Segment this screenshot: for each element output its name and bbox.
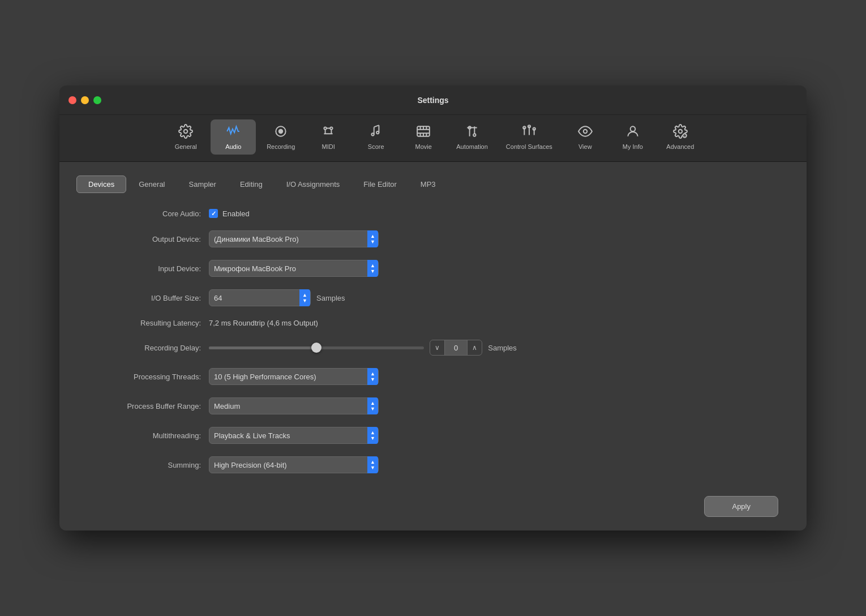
processing-threads-arrows: ▲ ▼	[367, 368, 378, 385]
toolbar-item-general[interactable]: General	[163, 119, 208, 155]
tab-editing[interactable]: Editing	[229, 176, 274, 193]
close-button[interactable]	[68, 96, 76, 104]
io-buffer-select[interactable]: 64 ▲ ▼	[209, 289, 311, 306]
svg-point-30	[584, 130, 588, 134]
number-decrease-button[interactable]: ∨	[430, 340, 445, 355]
advanced-icon: +	[673, 124, 688, 141]
processing-threads-select[interactable]: 10 (5 High Performance Cores) ▲ ▼	[209, 368, 379, 385]
arrow-down-icon: ▼	[370, 377, 375, 382]
tab-mp3[interactable]: MP3	[409, 176, 447, 193]
general-label: General	[175, 143, 197, 150]
input-device-select[interactable]: Микрофон MacBook Pro ▲ ▼	[209, 260, 379, 277]
recording-delay-slider[interactable]	[209, 346, 424, 349]
output-device-arrows: ▲ ▼	[367, 230, 378, 247]
io-buffer-row: I/O Buffer Size: 64 ▲ ▼ Samples	[88, 289, 778, 306]
audio-icon	[226, 124, 241, 141]
multithreading-row: Multithreading: Playback & Live Tracks ▲…	[88, 427, 778, 444]
toolbar: General Audio Recording	[59, 115, 807, 162]
control-surfaces-label: Control Surfaces	[506, 143, 552, 150]
toolbar-item-audio[interactable]: Audio	[211, 119, 256, 155]
latency-label: Resulting Latency:	[88, 319, 201, 327]
io-buffer-unit: Samples	[316, 294, 345, 302]
midi-label: MIDI	[322, 143, 335, 150]
tab-devices[interactable]: Devices	[76, 176, 126, 193]
output-device-select[interactable]: (Динамики MacBook Pro) ▲ ▼	[209, 230, 379, 247]
arrow-down-icon: ▼	[370, 436, 375, 441]
arrow-down-icon: ▼	[302, 298, 307, 303]
apply-button[interactable]: Apply	[704, 496, 778, 517]
arrow-up-icon: ▲	[370, 234, 375, 239]
recording-delay-number: ∨ 0 ∧	[430, 340, 482, 356]
recording-label: Recording	[267, 143, 295, 150]
toolbar-item-view[interactable]: View	[563, 119, 608, 155]
svg-point-0	[184, 130, 188, 134]
arrow-down-icon: ▼	[370, 239, 375, 245]
maximize-button[interactable]	[93, 96, 101, 104]
arrow-up-icon: ▲	[370, 430, 375, 435]
core-audio-enabled-label: Enabled	[222, 209, 250, 218]
core-audio-label: Core Audio:	[88, 209, 201, 218]
tab-sampler[interactable]: Sampler	[178, 176, 228, 193]
movie-icon	[416, 124, 431, 141]
input-device-arrows: ▲ ▼	[367, 260, 378, 277]
number-increase-button[interactable]: ∧	[467, 340, 482, 355]
midi-icon	[321, 124, 336, 141]
automation-icon	[465, 124, 479, 141]
tab-general[interactable]: General	[127, 176, 176, 193]
tab-io-assignments[interactable]: I/O Assignments	[275, 176, 351, 193]
summing-label: Summing:	[88, 461, 201, 469]
view-icon	[578, 124, 593, 141]
output-device-row: Output Device: (Динамики MacBook Pro) ▲ …	[88, 230, 778, 247]
process-buffer-value: Medium	[214, 402, 240, 410]
toolbar-item-automation[interactable]: Automation	[448, 119, 496, 155]
recording-delay-unit: Samples	[488, 344, 517, 352]
summing-select[interactable]: High Precision (64-bit) ▲ ▼	[209, 456, 379, 473]
window-buttons	[68, 96, 101, 104]
tab-bar: Devices General Sampler Editing I/O Assi…	[76, 176, 790, 193]
processing-threads-label: Processing Threads:	[88, 373, 201, 381]
titlebar: Settings	[59, 85, 807, 115]
toolbar-item-recording[interactable]: Recording	[258, 119, 303, 155]
svg-text:+: +	[684, 134, 685, 138]
process-buffer-control: Medium ▲ ▼	[209, 397, 379, 414]
arrow-up-icon: ▲	[370, 460, 375, 465]
automation-label: Automation	[456, 143, 488, 150]
arrow-down-icon: ▼	[370, 407, 375, 412]
processing-threads-value: 10 (5 High Performance Cores)	[214, 373, 316, 381]
arrow-down-icon: ▼	[370, 269, 375, 274]
toolbar-item-midi[interactable]: MIDI	[306, 119, 351, 155]
toolbar-item-movie[interactable]: Movie	[401, 119, 446, 155]
myinfo-label: My Info	[623, 143, 643, 150]
multithreading-select[interactable]: Playback & Live Tracks ▲ ▼	[209, 427, 379, 444]
svg-point-3	[324, 127, 327, 129]
arrow-up-icon: ▲	[302, 293, 307, 298]
summing-row: Summing: High Precision (64-bit) ▲ ▼	[88, 456, 778, 473]
latency-value: 7,2 ms Roundtrip (4,6 ms Output)	[209, 319, 318, 327]
gear-icon	[178, 124, 193, 141]
tab-file-editor[interactable]: File Editor	[352, 176, 408, 193]
svg-point-31	[630, 126, 635, 131]
svg-point-32	[679, 130, 683, 134]
myinfo-icon	[625, 124, 640, 141]
io-buffer-value: 64	[214, 294, 222, 302]
toolbar-item-control-surfaces[interactable]: Control Surfaces	[498, 119, 560, 155]
summing-value: High Precision (64-bit)	[214, 461, 287, 469]
movie-label: Movie	[415, 143, 432, 150]
summing-control: High Precision (64-bit) ▲ ▼	[209, 456, 379, 473]
svg-point-22	[473, 134, 475, 136]
recording-delay-label: Recording Delay:	[88, 344, 201, 352]
input-device-value: Микрофон MacBook Pro	[214, 264, 296, 273]
toolbar-item-advanced[interactable]: + Advanced	[658, 119, 703, 155]
output-device-value: (Динамики MacBook Pro)	[214, 235, 299, 243]
core-audio-checkbox[interactable]	[209, 209, 218, 218]
recording-delay-row: Recording Delay: ∨ 0 ∧ Samples	[88, 340, 778, 356]
minimize-button[interactable]	[81, 96, 89, 104]
toolbar-item-myinfo[interactable]: My Info	[610, 119, 655, 155]
process-buffer-select[interactable]: Medium ▲ ▼	[209, 397, 379, 414]
recording-icon	[273, 124, 288, 141]
process-buffer-row: Process Buffer Range: Medium ▲ ▼	[88, 397, 778, 414]
control-surfaces-icon	[522, 124, 537, 141]
toolbar-item-score[interactable]: Score	[353, 119, 398, 155]
latency-control: 7,2 ms Roundtrip (4,6 ms Output)	[209, 319, 318, 327]
svg-point-29	[533, 128, 535, 130]
